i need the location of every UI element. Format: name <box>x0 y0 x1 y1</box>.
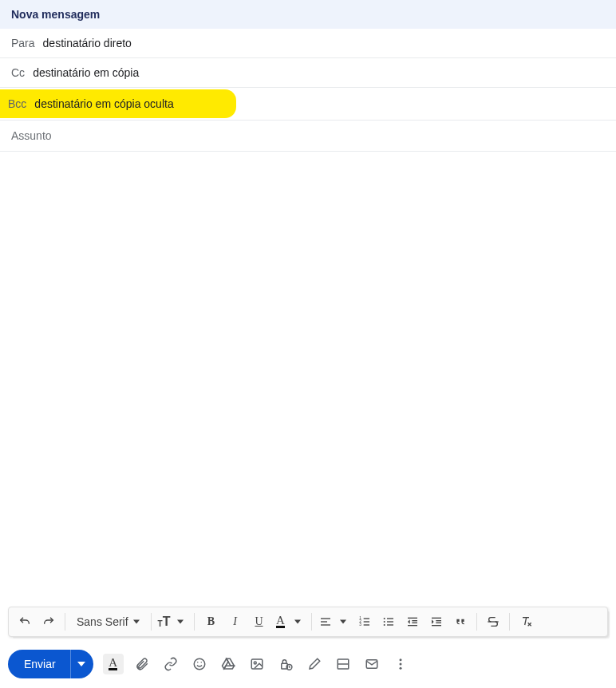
bulleted-list-button[interactable] <box>377 611 400 633</box>
align-button[interactable] <box>317 611 352 633</box>
font-size-dropdown[interactable] <box>172 611 189 633</box>
title-text: Nova mensagem <box>11 8 100 21</box>
svg-point-30 <box>200 662 202 663</box>
compose-window: Nova mensagem Para Cc Bcc Sans Serif <box>0 0 616 688</box>
image-icon <box>250 657 264 671</box>
format-toolbar: Sans Serif T T B I U A <box>8 607 608 637</box>
send-options-button[interactable] <box>71 650 93 678</box>
text-color-icon: A <box>276 615 285 628</box>
clear-formatting-button[interactable] <box>515 611 537 633</box>
insert-image-button[interactable] <box>247 654 267 674</box>
svg-point-28 <box>194 658 205 670</box>
layout-icon <box>336 657 350 671</box>
caret-down-icon <box>133 619 140 625</box>
align-dropdown[interactable] <box>334 611 352 633</box>
undo-icon <box>18 615 31 628</box>
svg-point-12 <box>384 618 385 619</box>
caret-down-icon <box>77 660 85 668</box>
paperclip-icon <box>135 657 149 671</box>
body-editor[interactable] <box>11 160 605 599</box>
clear-format-icon <box>519 615 532 628</box>
svg-point-32 <box>254 662 256 664</box>
caret-down-icon <box>294 619 301 625</box>
to-input[interactable] <box>43 37 605 49</box>
indent-decrease-icon <box>406 615 419 628</box>
action-bar: Enviar A <box>0 645 616 688</box>
svg-point-39 <box>399 663 401 666</box>
bulleted-list-icon <box>382 615 395 628</box>
cc-label: Cc <box>11 66 25 79</box>
bcc-row-wrap: Bcc <box>0 88 616 121</box>
cc-row[interactable]: Cc <box>0 58 616 88</box>
text-format-icon: A <box>109 658 117 670</box>
quote-icon <box>454 615 467 628</box>
caret-down-icon <box>340 619 346 625</box>
separator <box>509 613 510 631</box>
formatting-options-button[interactable]: A <box>103 654 124 674</box>
emoji-icon <box>192 657 207 671</box>
to-row[interactable]: Para <box>0 29 616 58</box>
attach-file-button[interactable] <box>132 654 152 674</box>
numbered-list-button[interactable]: 123 <box>353 611 376 633</box>
mail-template-button[interactable] <box>361 654 382 674</box>
body-area[interactable] <box>0 152 616 607</box>
confidential-mode-button[interactable] <box>275 654 296 674</box>
send-button-group: Enviar <box>8 650 93 678</box>
svg-point-29 <box>197 662 199 663</box>
underline-button[interactable]: U <box>247 611 270 633</box>
bcc-input[interactable] <box>34 97 228 110</box>
action-icons: A <box>103 654 411 674</box>
mail-icon <box>365 657 379 671</box>
font-family-label: Sans Serif <box>77 615 128 628</box>
font-size-icon-large: T <box>163 615 171 629</box>
to-label: Para <box>11 37 35 49</box>
strikethrough-button[interactable] <box>482 611 504 633</box>
redo-icon <box>42 615 55 628</box>
svg-point-38 <box>399 658 401 661</box>
separator <box>151 613 152 631</box>
strikethrough-icon <box>487 615 500 628</box>
bcc-row[interactable]: Bcc <box>0 89 236 118</box>
text-color-dropdown[interactable] <box>289 611 306 633</box>
font-size-button[interactable]: T T <box>156 611 190 633</box>
insert-emoji-button[interactable] <box>189 654 210 674</box>
indent-increase-button[interactable] <box>425 611 448 633</box>
svg-point-14 <box>384 624 385 626</box>
send-button[interactable]: Enviar <box>8 650 70 678</box>
indent-decrease-button[interactable] <box>401 611 424 633</box>
redo-button[interactable] <box>38 611 60 633</box>
text-color-button[interactable]: A <box>271 611 306 633</box>
undo-button[interactable] <box>14 611 36 633</box>
cc-input[interactable] <box>33 66 605 79</box>
font-size-icon: T <box>158 619 163 628</box>
svg-marker-19 <box>408 619 410 623</box>
separator <box>311 613 312 631</box>
separator <box>65 613 65 631</box>
svg-marker-24 <box>432 619 434 623</box>
more-vertical-icon <box>393 657 408 671</box>
svg-text:3: 3 <box>360 623 362 627</box>
insert-drive-button[interactable] <box>218 654 239 674</box>
caret-down-icon <box>177 619 184 625</box>
bold-button[interactable]: B <box>199 611 222 633</box>
subject-row[interactable] <box>0 121 616 152</box>
align-left-icon <box>319 615 332 628</box>
layout-button[interactable] <box>333 654 353 674</box>
lock-clock-icon <box>278 657 293 671</box>
pen-icon <box>307 657 322 671</box>
font-family-button[interactable]: Sans Serif <box>70 611 146 633</box>
title-bar[interactable]: Nova mensagem <box>0 0 616 29</box>
link-icon <box>164 657 178 671</box>
bcc-label: Bcc <box>8 97 26 110</box>
more-options-button[interactable] <box>390 654 411 674</box>
italic-button[interactable]: I <box>223 611 246 633</box>
svg-point-13 <box>384 621 385 623</box>
insert-link-button[interactable] <box>160 654 181 674</box>
insert-signature-button[interactable] <box>304 654 325 674</box>
send-label: Enviar <box>24 658 56 670</box>
separator <box>476 613 477 631</box>
svg-point-40 <box>399 667 401 670</box>
numbered-list-icon: 123 <box>358 615 371 628</box>
subject-input[interactable] <box>11 129 605 142</box>
quote-button[interactable] <box>449 611 472 633</box>
